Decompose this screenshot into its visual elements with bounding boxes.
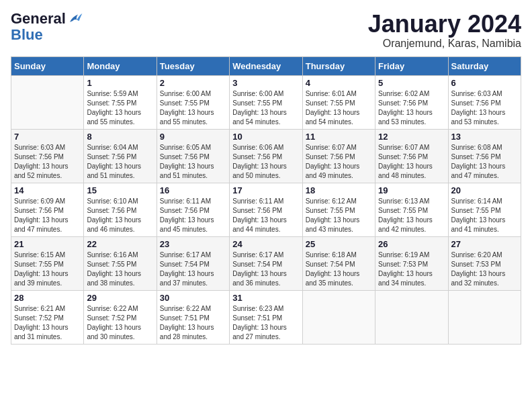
day-cell: 9Sunrise: 6:05 AM Sunset: 7:56 PM Daylig… bbox=[157, 129, 229, 183]
day-info: Sunrise: 6:17 AM Sunset: 7:54 PM Dayligh… bbox=[232, 250, 299, 288]
day-info: Sunrise: 6:04 AM Sunset: 7:56 PM Dayligh… bbox=[87, 143, 153, 181]
week-row-1: 1Sunrise: 5:59 AM Sunset: 7:55 PM Daylig… bbox=[11, 75, 521, 129]
day-info: Sunrise: 6:09 AM Sunset: 7:56 PM Dayligh… bbox=[14, 197, 81, 234]
day-info: Sunrise: 6:17 AM Sunset: 7:54 PM Dayligh… bbox=[160, 250, 226, 288]
day-cell: 1Sunrise: 5:59 AM Sunset: 7:55 PM Daylig… bbox=[84, 75, 157, 129]
day-number: 12 bbox=[378, 132, 445, 142]
column-header-wednesday: Wednesday bbox=[230, 56, 302, 75]
day-cell: 19Sunrise: 6:13 AM Sunset: 7:55 PM Dayli… bbox=[375, 183, 448, 236]
day-number: 31 bbox=[232, 293, 299, 303]
logo-text-blue: Blue bbox=[11, 26, 43, 43]
day-cell: 2Sunrise: 6:00 AM Sunset: 7:55 PM Daylig… bbox=[157, 75, 229, 129]
logo-bird-icon bbox=[67, 11, 83, 27]
day-cell bbox=[448, 290, 521, 344]
day-cell: 7Sunrise: 6:03 AM Sunset: 7:56 PM Daylig… bbox=[11, 129, 84, 183]
day-cell bbox=[375, 290, 448, 344]
day-info: Sunrise: 6:12 AM Sunset: 7:55 PM Dayligh… bbox=[306, 197, 372, 234]
day-info: Sunrise: 6:15 AM Sunset: 7:55 PM Dayligh… bbox=[14, 250, 81, 288]
day-cell: 30Sunrise: 6:22 AM Sunset: 7:51 PM Dayli… bbox=[157, 290, 229, 344]
day-cell: 16Sunrise: 6:11 AM Sunset: 7:56 PM Dayli… bbox=[157, 183, 229, 236]
day-number: 23 bbox=[160, 239, 226, 249]
day-info: Sunrise: 6:13 AM Sunset: 7:55 PM Dayligh… bbox=[378, 197, 445, 234]
day-cell: 13Sunrise: 6:08 AM Sunset: 7:56 PM Dayli… bbox=[448, 129, 521, 183]
day-info: Sunrise: 6:22 AM Sunset: 7:51 PM Dayligh… bbox=[160, 304, 226, 342]
day-cell: 18Sunrise: 6:12 AM Sunset: 7:55 PM Dayli… bbox=[302, 183, 375, 236]
day-number: 9 bbox=[160, 132, 226, 142]
week-row-4: 21Sunrise: 6:15 AM Sunset: 7:55 PM Dayli… bbox=[11, 236, 521, 290]
day-number: 4 bbox=[306, 78, 372, 88]
day-info: Sunrise: 6:14 AM Sunset: 7:55 PM Dayligh… bbox=[451, 197, 518, 234]
day-number: 13 bbox=[451, 132, 518, 142]
calendar-table: SundayMondayTuesdayWednesdayThursdayFrid… bbox=[11, 56, 521, 345]
day-cell: 17Sunrise: 6:11 AM Sunset: 7:56 PM Dayli… bbox=[230, 183, 302, 236]
column-header-sunday: Sunday bbox=[11, 56, 84, 75]
day-info: Sunrise: 6:11 AM Sunset: 7:56 PM Dayligh… bbox=[232, 197, 299, 234]
day-number: 16 bbox=[160, 185, 226, 195]
column-header-monday: Monday bbox=[84, 56, 157, 75]
day-cell: 25Sunrise: 6:18 AM Sunset: 7:54 PM Dayli… bbox=[302, 236, 375, 290]
logo: General Blue bbox=[11, 11, 83, 43]
day-number: 26 bbox=[378, 239, 445, 249]
column-header-saturday: Saturday bbox=[448, 56, 521, 75]
day-cell bbox=[302, 290, 375, 344]
day-number: 14 bbox=[14, 185, 81, 195]
day-info: Sunrise: 6:03 AM Sunset: 7:56 PM Dayligh… bbox=[451, 89, 518, 127]
day-number: 5 bbox=[378, 78, 445, 88]
day-cell: 22Sunrise: 6:16 AM Sunset: 7:55 PM Dayli… bbox=[84, 236, 157, 290]
day-cell: 6Sunrise: 6:03 AM Sunset: 7:56 PM Daylig… bbox=[448, 75, 521, 129]
day-number: 7 bbox=[14, 132, 81, 142]
day-number: 22 bbox=[87, 239, 153, 249]
column-header-friday: Friday bbox=[375, 56, 448, 75]
calendar-body: 1Sunrise: 5:59 AM Sunset: 7:55 PM Daylig… bbox=[11, 75, 521, 344]
day-number: 17 bbox=[232, 185, 299, 195]
day-cell: 28Sunrise: 6:21 AM Sunset: 7:52 PM Dayli… bbox=[11, 290, 84, 344]
day-info: Sunrise: 6:05 AM Sunset: 7:56 PM Dayligh… bbox=[160, 143, 226, 181]
day-info: Sunrise: 6:00 AM Sunset: 7:55 PM Dayligh… bbox=[160, 89, 226, 127]
day-number: 1 bbox=[87, 78, 153, 88]
day-cell: 24Sunrise: 6:17 AM Sunset: 7:54 PM Dayli… bbox=[230, 236, 302, 290]
header-row: SundayMondayTuesdayWednesdayThursdayFrid… bbox=[11, 56, 521, 75]
day-info: Sunrise: 6:01 AM Sunset: 7:55 PM Dayligh… bbox=[306, 89, 372, 127]
day-number: 29 bbox=[87, 293, 153, 303]
week-row-3: 14Sunrise: 6:09 AM Sunset: 7:56 PM Dayli… bbox=[11, 183, 521, 236]
day-info: Sunrise: 6:00 AM Sunset: 7:55 PM Dayligh… bbox=[232, 89, 299, 127]
day-number: 3 bbox=[232, 78, 299, 88]
day-number: 8 bbox=[87, 132, 153, 142]
day-info: Sunrise: 6:02 AM Sunset: 7:56 PM Dayligh… bbox=[378, 89, 445, 127]
day-cell: 31Sunrise: 6:23 AM Sunset: 7:51 PM Dayli… bbox=[230, 290, 302, 344]
day-number: 28 bbox=[14, 293, 81, 303]
day-number: 15 bbox=[87, 185, 153, 195]
title-block: January 2024 Oranjemund, Karas, Namibia bbox=[368, 11, 521, 50]
day-info: Sunrise: 6:06 AM Sunset: 7:56 PM Dayligh… bbox=[232, 143, 299, 181]
calendar-header: SundayMondayTuesdayWednesdayThursdayFrid… bbox=[11, 56, 521, 75]
page-header: General Blue January 2024 Oranjemund, Ka… bbox=[11, 11, 521, 50]
day-number: 2 bbox=[160, 78, 226, 88]
day-number: 30 bbox=[160, 293, 226, 303]
day-info: Sunrise: 6:20 AM Sunset: 7:53 PM Dayligh… bbox=[451, 250, 518, 288]
day-info: Sunrise: 6:22 AM Sunset: 7:52 PM Dayligh… bbox=[87, 304, 153, 342]
day-cell: 26Sunrise: 6:19 AM Sunset: 7:53 PM Dayli… bbox=[375, 236, 448, 290]
day-info: Sunrise: 6:19 AM Sunset: 7:53 PM Dayligh… bbox=[378, 250, 445, 288]
logo-text-general: General bbox=[11, 11, 66, 27]
day-info: Sunrise: 6:18 AM Sunset: 7:54 PM Dayligh… bbox=[306, 250, 372, 288]
page-container: General Blue January 2024 Oranjemund, Ka… bbox=[0, 0, 532, 350]
week-row-5: 28Sunrise: 6:21 AM Sunset: 7:52 PM Dayli… bbox=[11, 290, 521, 344]
day-number: 20 bbox=[451, 185, 518, 195]
day-number: 10 bbox=[232, 132, 299, 142]
day-number: 25 bbox=[306, 239, 372, 249]
day-number: 19 bbox=[378, 185, 445, 195]
day-cell: 8Sunrise: 6:04 AM Sunset: 7:56 PM Daylig… bbox=[84, 129, 157, 183]
day-cell: 12Sunrise: 6:07 AM Sunset: 7:56 PM Dayli… bbox=[375, 129, 448, 183]
day-cell: 3Sunrise: 6:00 AM Sunset: 7:55 PM Daylig… bbox=[230, 75, 302, 129]
day-number: 11 bbox=[306, 132, 372, 142]
day-info: Sunrise: 6:10 AM Sunset: 7:56 PM Dayligh… bbox=[87, 197, 153, 234]
day-cell: 21Sunrise: 6:15 AM Sunset: 7:55 PM Dayli… bbox=[11, 236, 84, 290]
day-cell: 20Sunrise: 6:14 AM Sunset: 7:55 PM Dayli… bbox=[448, 183, 521, 236]
day-cell: 15Sunrise: 6:10 AM Sunset: 7:56 PM Dayli… bbox=[84, 183, 157, 236]
day-info: Sunrise: 6:08 AM Sunset: 7:56 PM Dayligh… bbox=[451, 143, 518, 181]
column-header-thursday: Thursday bbox=[302, 56, 375, 75]
day-info: Sunrise: 6:07 AM Sunset: 7:56 PM Dayligh… bbox=[378, 143, 445, 181]
day-info: Sunrise: 6:16 AM Sunset: 7:55 PM Dayligh… bbox=[87, 250, 153, 288]
day-cell: 14Sunrise: 6:09 AM Sunset: 7:56 PM Dayli… bbox=[11, 183, 84, 236]
day-cell: 29Sunrise: 6:22 AM Sunset: 7:52 PM Dayli… bbox=[84, 290, 157, 344]
